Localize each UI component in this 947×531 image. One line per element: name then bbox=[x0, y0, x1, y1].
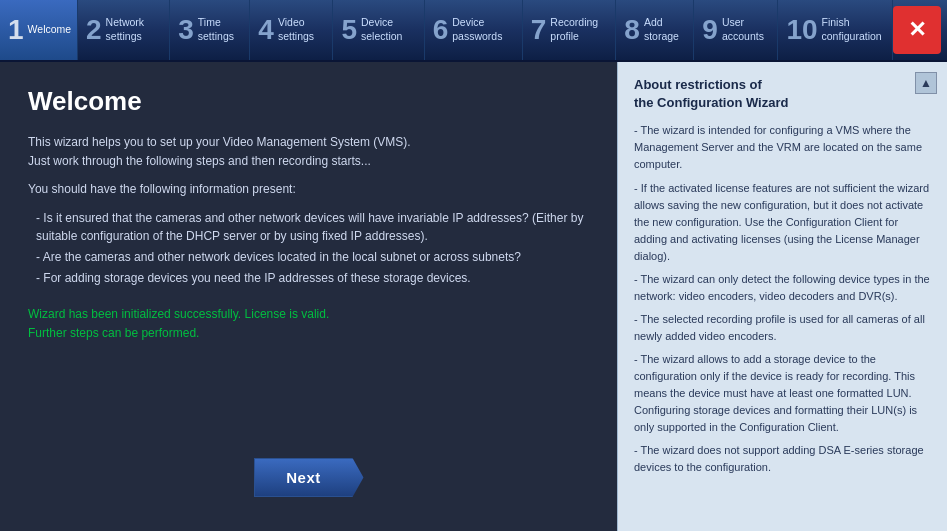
nav-item-device-selection[interactable]: 5 Device selection bbox=[333, 0, 424, 60]
prereq-item-1: - Are the cameras and other network devi… bbox=[28, 248, 589, 267]
nav-number-8: 8 bbox=[624, 16, 640, 44]
nav-item-add-storage[interactable]: 8 Add storage bbox=[616, 0, 694, 60]
nav-label-3: Time settings bbox=[198, 16, 242, 43]
restriction-para-3: - The selected recording profile is used… bbox=[634, 311, 931, 345]
page-title: Welcome bbox=[28, 86, 589, 117]
nav-label-8: Add storage bbox=[644, 16, 685, 43]
nav-label-4: Video settings bbox=[278, 16, 324, 43]
nav-item-video-settings[interactable]: 4 Video settings bbox=[250, 0, 333, 60]
nav-label-10: Finish configuration bbox=[822, 16, 884, 43]
nav-number-10: 10 bbox=[786, 16, 817, 44]
restrictions-content: - The wizard is intended for configuring… bbox=[634, 122, 931, 476]
nav-item-welcome[interactable]: 1 Welcome bbox=[0, 0, 78, 60]
close-button[interactable]: ✕ bbox=[893, 6, 941, 54]
restrictions-heading: About restrictions of the Configuration … bbox=[634, 76, 931, 112]
nav-item-user-accounts[interactable]: 9 User accounts bbox=[694, 0, 778, 60]
restriction-para-1: - If the activated license features are … bbox=[634, 180, 931, 265]
restriction-para-4: - The wizard allows to add a storage dev… bbox=[634, 351, 931, 436]
nav-label-1: Welcome bbox=[28, 23, 72, 37]
nav-item-finish-configuration[interactable]: 10 Finish configuration bbox=[778, 0, 893, 60]
nav-number-2: 2 bbox=[86, 16, 102, 44]
nav-item-recording-profile[interactable]: 7 Recording profile bbox=[523, 0, 617, 60]
prereq-list: - Is it ensured that the cameras and oth… bbox=[28, 209, 589, 287]
nav-item-network-settings[interactable]: 2 Network settings bbox=[78, 0, 170, 60]
next-button-container: Next bbox=[254, 458, 364, 497]
nav-number-5: 5 bbox=[341, 16, 357, 44]
prereq-item-0: - Is it ensured that the cameras and oth… bbox=[28, 209, 589, 246]
status-text: Wizard has been initialized successfully… bbox=[28, 305, 589, 343]
nav-label-6: Device passwords bbox=[452, 16, 513, 43]
nav-number-7: 7 bbox=[531, 16, 547, 44]
next-button[interactable]: Next bbox=[254, 458, 364, 497]
left-panel: Welcome This wizard helps you to set up … bbox=[0, 62, 617, 531]
nav-number-1: 1 bbox=[8, 16, 24, 44]
nav-label-9: User accounts bbox=[722, 16, 770, 43]
nav-item-time-settings[interactable]: 3 Time settings bbox=[170, 0, 250, 60]
nav-number-6: 6 bbox=[433, 16, 449, 44]
top-nav: 1 Welcome 2 Network settings 3 Time sett… bbox=[0, 0, 947, 62]
left-content-wrap: Welcome This wizard helps you to set up … bbox=[28, 86, 589, 507]
app-window: 1 Welcome 2 Network settings 3 Time sett… bbox=[0, 0, 947, 531]
scroll-up-button[interactable]: ▲ bbox=[915, 72, 937, 94]
restriction-para-5: - The wizard does not support adding DSA… bbox=[634, 442, 931, 476]
prereq-item-2: - For adding storage devices you need th… bbox=[28, 269, 589, 288]
nav-number-4: 4 bbox=[258, 16, 274, 44]
restriction-para-0: - The wizard is intended for configuring… bbox=[634, 122, 931, 173]
main-content: Welcome This wizard helps you to set up … bbox=[0, 62, 947, 531]
status-line2: Further steps can be performed. bbox=[28, 324, 589, 343]
right-panel: ▲ About restrictions of the Configuratio… bbox=[617, 62, 947, 531]
nav-label-2: Network settings bbox=[106, 16, 162, 43]
nav-item-device-passwords[interactable]: 6 Device passwords bbox=[425, 0, 523, 60]
nav-label-5: Device selection bbox=[361, 16, 416, 43]
intro-text: This wizard helps you to set up your Vid… bbox=[28, 133, 589, 170]
nav-number-3: 3 bbox=[178, 16, 194, 44]
status-line1: Wizard has been initialized successfully… bbox=[28, 305, 589, 324]
nav-label-7: Recording profile bbox=[550, 16, 607, 43]
prereq-heading: You should have the following informatio… bbox=[28, 180, 589, 199]
restriction-para-2: - The wizard can only detect the followi… bbox=[634, 271, 931, 305]
nav-number-9: 9 bbox=[702, 16, 718, 44]
